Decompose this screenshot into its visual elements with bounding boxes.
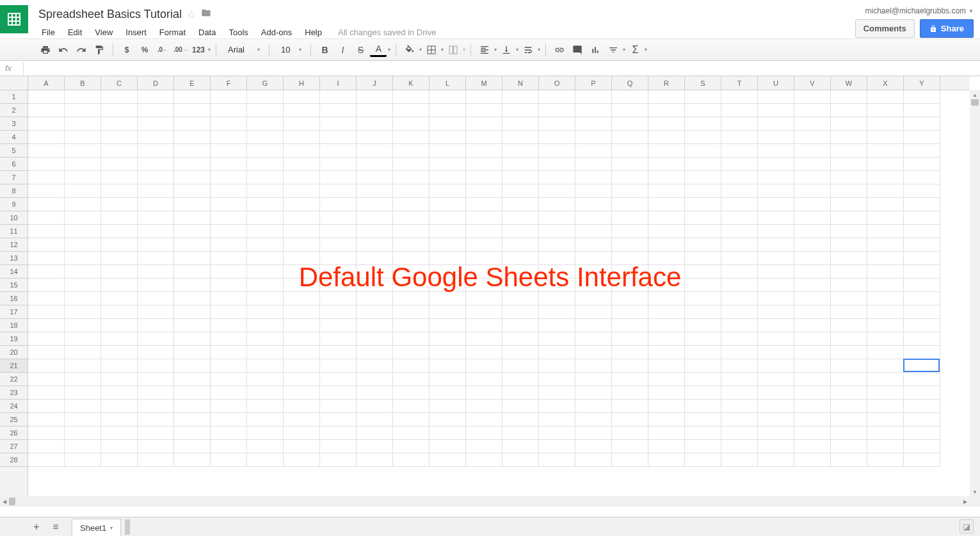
cell[interactable] [721, 144, 758, 158]
cell[interactable] [831, 413, 867, 426]
cell[interactable] [466, 453, 502, 467]
cell[interactable] [575, 104, 612, 117]
cell[interactable] [758, 305, 794, 319]
cell[interactable] [65, 198, 101, 211]
cell[interactable] [247, 252, 284, 265]
cell[interactable] [28, 279, 65, 292]
column-header[interactable]: F [211, 76, 247, 90]
cell[interactable] [211, 453, 247, 467]
cell[interactable] [904, 426, 940, 440]
cell[interactable] [867, 279, 904, 292]
cell[interactable] [101, 238, 138, 252]
cell[interactable] [685, 198, 721, 211]
cell[interactable] [612, 198, 648, 211]
cell[interactable] [648, 279, 685, 292]
cell[interactable] [502, 426, 539, 440]
cell[interactable] [138, 265, 174, 279]
cell[interactable] [758, 238, 794, 252]
cell[interactable] [867, 305, 904, 319]
cell[interactable] [211, 292, 247, 305]
cell[interactable] [904, 346, 940, 359]
cell[interactable] [575, 90, 612, 104]
cell[interactable] [648, 359, 685, 373]
cell[interactable] [65, 386, 101, 400]
cell[interactable] [466, 131, 502, 144]
cell[interactable] [247, 131, 284, 144]
cell[interactable] [393, 171, 430, 184]
cell[interactable] [320, 144, 357, 158]
cell[interactable] [357, 332, 393, 346]
cell[interactable] [721, 346, 758, 359]
cell[interactable] [320, 158, 357, 171]
cell[interactable] [357, 413, 393, 426]
cell[interactable] [575, 386, 612, 400]
cell[interactable] [758, 265, 794, 279]
cell[interactable] [502, 171, 539, 184]
cell[interactable] [721, 440, 758, 453]
cell[interactable] [466, 426, 502, 440]
cells-area[interactable] [28, 90, 970, 496]
cell[interactable] [65, 319, 101, 332]
increase-decimal[interactable]: .00→ [172, 42, 189, 58]
cell[interactable] [502, 400, 539, 413]
cell[interactable] [502, 198, 539, 211]
cell[interactable] [502, 440, 539, 453]
cell[interactable] [320, 265, 357, 279]
paint-format-icon[interactable] [91, 42, 108, 58]
cell[interactable] [247, 305, 284, 319]
vertical-scroll-thumb[interactable] [971, 99, 979, 106]
vertical-align[interactable]: ▾ [498, 42, 518, 58]
row-header[interactable]: 3 [0, 117, 28, 131]
cell[interactable] [502, 346, 539, 359]
cell[interactable] [284, 373, 320, 386]
cell[interactable] [174, 252, 211, 265]
cell[interactable] [101, 158, 138, 171]
merge-cells[interactable]: ▾ [445, 42, 465, 58]
cell[interactable] [539, 131, 575, 144]
cell[interactable] [575, 238, 612, 252]
cell[interactable] [393, 373, 430, 386]
cell[interactable] [466, 332, 502, 346]
cell[interactable] [831, 359, 867, 373]
insert-link-icon[interactable] [551, 42, 568, 58]
cell[interactable] [721, 386, 758, 400]
cell[interactable] [502, 104, 539, 117]
cell[interactable] [904, 144, 940, 158]
column-header[interactable]: X [867, 76, 904, 90]
cell[interactable] [466, 158, 502, 171]
cell[interactable] [612, 211, 648, 225]
cell[interactable] [502, 184, 539, 198]
cell[interactable] [101, 426, 138, 440]
cell[interactable] [174, 346, 211, 359]
cell[interactable] [247, 158, 284, 171]
cell[interactable] [466, 198, 502, 211]
cell[interactable] [101, 440, 138, 453]
cell[interactable] [430, 332, 466, 346]
cell[interactable] [211, 144, 247, 158]
row-header[interactable]: 28 [0, 453, 28, 467]
cell[interactable] [831, 373, 867, 386]
cell[interactable] [539, 198, 575, 211]
cell[interactable] [612, 144, 648, 158]
cell[interactable] [648, 292, 685, 305]
cell[interactable] [575, 225, 612, 238]
cell[interactable] [65, 346, 101, 359]
cell[interactable] [575, 359, 612, 373]
cell[interactable] [320, 305, 357, 319]
cell[interactable] [393, 359, 430, 373]
scroll-up-icon[interactable]: ▲ [970, 90, 980, 99]
cell[interactable] [430, 453, 466, 467]
cell[interactable] [138, 359, 174, 373]
cell[interactable] [174, 292, 211, 305]
cell[interactable] [904, 171, 940, 184]
cell[interactable] [758, 198, 794, 211]
cell[interactable] [138, 453, 174, 467]
cell[interactable] [430, 426, 466, 440]
cell[interactable] [758, 413, 794, 426]
cell[interactable] [612, 359, 648, 373]
cell[interactable] [612, 413, 648, 426]
cell[interactable] [174, 184, 211, 198]
cell[interactable] [539, 292, 575, 305]
column-header[interactable]: C [101, 76, 138, 90]
cell[interactable] [685, 426, 721, 440]
